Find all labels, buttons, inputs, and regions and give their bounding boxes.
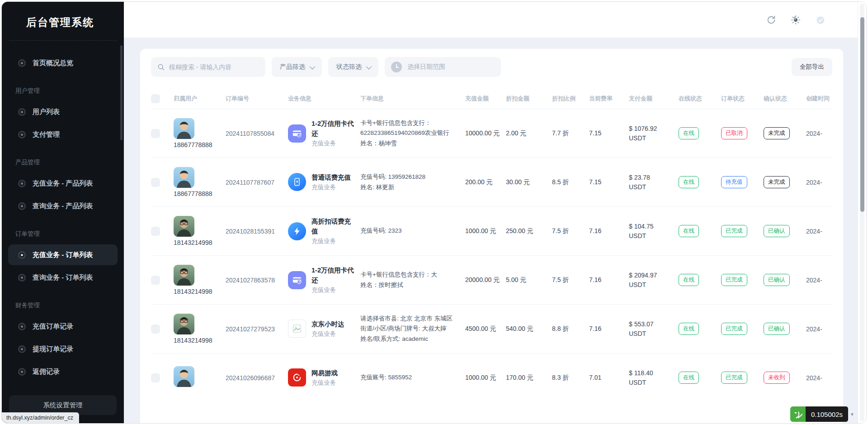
avatar xyxy=(174,167,194,188)
app-title: 后台管理系统 xyxy=(2,2,124,29)
order-status-badge: 已完成 xyxy=(721,225,747,237)
discount-amount: 540.00 元 xyxy=(506,324,547,334)
product-category: 充值业务 xyxy=(311,183,351,191)
order-info: 卡号+银行信息包含支行：大姓名：按时擦拭 xyxy=(360,270,461,290)
product-name: 1-2万信用卡代还 xyxy=(311,119,356,138)
page-timer-widget[interactable]: 0.105002s ▼ xyxy=(790,406,856,422)
order-info: 充值号码: 13959261828姓名: 林更新 xyxy=(360,172,461,192)
export-all-button[interactable]: 全部导出 xyxy=(792,58,832,76)
avatar xyxy=(174,265,194,286)
approval-icon[interactable] xyxy=(815,14,826,25)
recharge-amount: 200.00 元 xyxy=(465,177,501,187)
product-category: 充值业务 xyxy=(311,379,338,387)
sidebar-item-user-list[interactable]: 用户列表 xyxy=(8,101,118,122)
sidebar-item-recharge-products[interactable]: 充值业务 - 产品列表 xyxy=(8,173,118,194)
sidebar-item-query-orders[interactable]: 查询业务 - 订单列表 xyxy=(8,267,118,288)
table-header-row: 归属用户 订单编号 业务信息 下单信息 充值金额 折扣金额 折扣比例 当前费率 … xyxy=(151,89,832,109)
order-number: 20241026096687 xyxy=(226,374,283,382)
col-header-business: 业务信息 xyxy=(288,95,356,103)
confirm-status-badge: 已确认 xyxy=(764,225,790,237)
discount-ratio: 8.5 折 xyxy=(552,177,585,187)
scrollbar-thumb[interactable] xyxy=(860,17,864,212)
svg-text:¥: ¥ xyxy=(296,180,298,184)
sidebar-item-commission-records[interactable]: 返佣记录 xyxy=(8,361,118,382)
row-checkbox[interactable] xyxy=(151,276,160,285)
order-status-badge: 已完成 xyxy=(721,274,747,286)
row-checkbox[interactable] xyxy=(151,227,160,236)
pay-amount: $ 118.40USDT xyxy=(629,368,674,387)
refresh-icon[interactable] xyxy=(766,14,777,25)
credit-card-icon xyxy=(288,271,306,289)
current-rate: 7.16 xyxy=(589,324,624,334)
sidebar-scrollbar[interactable] xyxy=(120,45,123,140)
user-phone: 18867778888 xyxy=(174,141,221,148)
order-status-badge: 待充值 xyxy=(721,176,747,188)
sidebar-section-trades: 交易管理 xyxy=(2,384,124,389)
menu-dot-icon xyxy=(18,59,26,67)
product-name: 京东小时达 xyxy=(311,320,344,329)
search-box xyxy=(151,57,265,77)
sidebar-item-label: 首页概况总览 xyxy=(33,59,73,67)
menu-dot-icon xyxy=(18,323,26,330)
order-info: 卡号+银行信息包含支行：6228233865194020869农业银行姓名：杨坤… xyxy=(360,118,461,148)
chevron-down-icon[interactable]: ▼ xyxy=(848,406,856,422)
menu-dot-icon xyxy=(18,202,26,210)
order-number: 20241027279523 xyxy=(226,325,283,333)
confirm-status-badge: 未完成 xyxy=(764,127,790,139)
created-at: 2024- xyxy=(806,374,832,382)
avatar xyxy=(174,118,194,139)
sidebar-item-recharge-orders[interactable]: 充值业务 - 订单列表 xyxy=(8,244,118,265)
order-status-badge: 已完成 xyxy=(721,323,747,335)
table-row: 18143214998 20241028155391 高折扣话费充值 充值业务 xyxy=(151,206,832,255)
col-header-order-no: 订单编号 xyxy=(226,95,283,103)
sidebar-item-label: 支付管理 xyxy=(33,130,60,139)
created-at: 2024- xyxy=(806,179,832,186)
table-row: 20241026096687 网易游戏 充值业务 充值账号: 5855952 xyxy=(151,353,832,402)
product-name: 网易游戏 xyxy=(311,368,338,378)
row-checkbox[interactable] xyxy=(151,178,160,187)
created-at: 2024- xyxy=(806,277,832,284)
created-at: 2024- xyxy=(806,325,832,333)
sidebar-item-label: 用户列表 xyxy=(33,108,60,116)
discount-ratio: 7.7 折 xyxy=(552,129,585,138)
date-range-picker[interactable]: 选择日期范围 xyxy=(385,57,501,77)
sidebar-item-payment[interactable]: 支付管理 xyxy=(8,124,118,145)
table-row: 18143214998 20241027863578 1-2万信用卡代还 充值业… xyxy=(151,255,832,304)
order-status-badge: 已取消 xyxy=(721,127,747,139)
online-status-badge: 在线 xyxy=(679,274,699,286)
sidebar-item-home[interactable]: 首页概况总览 xyxy=(8,53,118,73)
sidebar-section-users: 用户管理 xyxy=(2,75,124,100)
search-input[interactable] xyxy=(169,63,259,71)
sidebar-item-withdraw-records[interactable]: 提现订单记录 xyxy=(8,339,118,359)
pay-amount: $ 1076.92USDT xyxy=(629,124,674,143)
confirm-status-badge: 已确认 xyxy=(764,274,790,286)
current-rate: 7.15 xyxy=(589,129,624,138)
order-status-badge: 已完成 xyxy=(721,372,747,384)
status-filter-dropdown[interactable]: 状态筛选 xyxy=(328,57,378,77)
row-checkbox[interactable] xyxy=(151,129,160,138)
discount-amount: 2.00 元 xyxy=(506,129,547,138)
col-header-amount: 充值金额 xyxy=(465,95,501,103)
order-info: 请选择省市县: 北京 北京市 东城区街道/小区/商场门牌号: 大叔大婶姓名/联系… xyxy=(360,314,461,344)
sidebar-item-label: 查询业务 - 产品列表 xyxy=(33,202,93,210)
order-number: 20241028155391 xyxy=(226,228,283,235)
sidebar-item-recharge-records[interactable]: 充值订单记录 xyxy=(8,316,118,337)
scrollbar-gutter xyxy=(858,2,866,423)
table-row: 18867778888 20241107787607 ¥ 普通话费充值 充值业务 xyxy=(151,158,832,206)
theme-icon[interactable] xyxy=(790,14,801,25)
chevron-down-icon xyxy=(310,63,316,69)
sidebar-item-label: 查询业务 - 订单列表 xyxy=(33,273,93,282)
pay-amount: $ 553.07USDT xyxy=(629,320,674,339)
row-checkbox[interactable] xyxy=(151,325,160,334)
product-name: 高折扣话费充值 xyxy=(311,217,356,236)
avatar xyxy=(174,216,194,237)
row-checkbox[interactable] xyxy=(151,373,160,382)
order-number: 20241027863578 xyxy=(226,277,283,284)
product-filter-dropdown[interactable]: 产品筛选 xyxy=(272,57,322,77)
product-category: 充值业务 xyxy=(311,330,344,338)
sidebar-item-query-products[interactable]: 查询业务 - 产品列表 xyxy=(8,196,118,216)
search-icon xyxy=(157,63,165,71)
orders-table: 归属用户 订单编号 业务信息 下单信息 充值金额 折扣金额 折扣比例 当前费率 … xyxy=(151,89,832,402)
select-all-checkbox[interactable] xyxy=(151,94,160,103)
menu-dot-icon xyxy=(18,251,26,259)
